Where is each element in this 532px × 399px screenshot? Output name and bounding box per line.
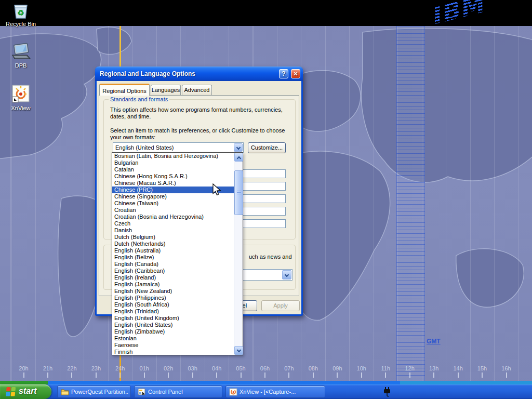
apply-button[interactable]: Apply bbox=[261, 300, 300, 311]
list-item[interactable]: English (Zimbabwe) bbox=[112, 328, 234, 335]
desktop-icon-dpb[interactable]: DPB bbox=[1, 43, 41, 69]
mouse-cursor bbox=[212, 183, 223, 197]
list-item[interactable]: English (United Kingdom) bbox=[112, 315, 234, 322]
legend-lightblue-segment bbox=[400, 381, 532, 384]
recycle-bin-icon: ♻ bbox=[12, 3, 30, 20]
map-legend-bar bbox=[0, 381, 532, 384]
laptop-icon bbox=[10, 43, 31, 61]
list-item[interactable]: English (United States) bbox=[112, 322, 234, 328]
list-item[interactable]: Chinese (Hong Kong S.A.R.) bbox=[112, 173, 234, 180]
scrollbar-thumb[interactable] bbox=[234, 170, 243, 215]
desktop-icon-label: Recycle Bin bbox=[1, 21, 41, 27]
help-button[interactable]: ? bbox=[279, 69, 288, 78]
taskbar: start PowerQuest Partition... Control Pa… bbox=[0, 384, 532, 399]
list-item[interactable]: English (Ireland) bbox=[112, 274, 234, 281]
list-item[interactable]: Faeroese bbox=[112, 342, 234, 349]
list-item[interactable]: English (Caribbean) bbox=[112, 268, 234, 274]
list-item[interactable]: Bulgarian bbox=[112, 159, 234, 166]
list-item[interactable]: Catalan bbox=[112, 166, 234, 173]
start-button[interactable]: start bbox=[0, 384, 51, 399]
gmt-meridian-band bbox=[396, 26, 425, 381]
list-item[interactable]: Czech bbox=[112, 220, 234, 227]
desktop-icon-xnview[interactable]: XnView bbox=[1, 84, 41, 111]
legend-green-segment bbox=[0, 381, 48, 384]
desktop-icon-label: DPB bbox=[1, 62, 41, 69]
format-combobox-dropdown-button[interactable] bbox=[234, 143, 243, 152]
windows-flag-icon bbox=[5, 386, 17, 397]
customize-button[interactable]: Customize... bbox=[248, 142, 286, 153]
chevron-down-icon bbox=[237, 348, 241, 352]
list-item[interactable]: Dutch (Netherlands) bbox=[112, 241, 234, 247]
list-item[interactable]: Danish bbox=[112, 227, 234, 234]
scroll-up-button[interactable] bbox=[234, 153, 243, 162]
list-item[interactable]: Dutch (Belgium) bbox=[112, 234, 234, 241]
list-item[interactable]: English (New Zealand) bbox=[112, 288, 234, 295]
list-item[interactable]: Finnish bbox=[112, 349, 234, 355]
taskbar-button-control-panel[interactable]: Control Panel bbox=[134, 385, 222, 398]
desktop: 20h21h22h23h24h01h02h03h04h05h06h07h08h0… bbox=[0, 0, 532, 399]
group-caption: Standards and formats bbox=[109, 96, 169, 102]
taskbar-button-powerquest[interactable]: PowerQuest Partition... bbox=[57, 385, 131, 398]
xnview-icon bbox=[11, 84, 30, 104]
list-item[interactable]: Estonian bbox=[112, 335, 234, 342]
desktop-icon-label: XnView bbox=[1, 105, 41, 111]
xnview-task-icon bbox=[229, 388, 237, 396]
format-combobox-value: English (United States) bbox=[115, 144, 174, 151]
control-panel-icon bbox=[138, 388, 146, 396]
scroll-down-button[interactable] bbox=[234, 346, 243, 355]
list-item[interactable]: Bosnian (Latin, Bosnia and Herzegovina) bbox=[112, 153, 234, 159]
desktop-icon-recycle-bin[interactable]: ♻ Recycle Bin bbox=[1, 3, 41, 27]
list-item[interactable]: English (Trinidad) bbox=[112, 308, 234, 315]
dialog-titlebar[interactable]: Regional and Language Options ? × bbox=[95, 66, 303, 81]
location-combobox-dropdown-button[interactable] bbox=[282, 270, 291, 280]
list-item[interactable]: English (Philippines) bbox=[112, 295, 234, 301]
gmt-label: GMT bbox=[427, 338, 441, 345]
language-listbox: Bosnian (Latin, Bosnia and Herzegovina)B… bbox=[112, 152, 243, 355]
list-item[interactable]: English (Jamaica) bbox=[112, 281, 234, 288]
format-combobox[interactable]: English (United States) bbox=[113, 142, 244, 153]
list-item[interactable]: Croatian bbox=[112, 207, 234, 214]
location-text-fragment: uch as news and bbox=[249, 254, 292, 260]
chevron-up-icon bbox=[237, 156, 241, 161]
tab-regional-options[interactable]: Regional Options bbox=[99, 84, 150, 96]
list-item[interactable]: Croatian (Bosnia and Herzegovina) bbox=[112, 214, 234, 220]
start-button-label: start bbox=[19, 387, 37, 396]
legend-blue-segment bbox=[48, 381, 400, 384]
taskbar-button-label: Control Panel bbox=[148, 389, 220, 395]
list-item[interactable]: English (Australia) bbox=[112, 247, 234, 254]
svg-text:♻: ♻ bbox=[17, 8, 24, 17]
list-item[interactable]: Chinese (Taiwan) bbox=[112, 200, 234, 207]
close-button[interactable]: × bbox=[291, 69, 300, 78]
standards-description: This option affects how some programs fo… bbox=[110, 107, 293, 120]
folder-icon bbox=[61, 388, 69, 395]
taskbar-button-xnview[interactable]: XnView - [<Capture-... bbox=[225, 385, 325, 398]
scrollbar-grip bbox=[237, 191, 241, 195]
list-item[interactable]: English (South Africa) bbox=[112, 301, 234, 308]
ac-power-plug-icon bbox=[382, 387, 392, 397]
standards-instruction: Select an item to match its preferences,… bbox=[110, 127, 295, 141]
list-item[interactable]: English (Belize) bbox=[112, 254, 234, 261]
tab-languages[interactable]: Languages bbox=[151, 85, 181, 95]
listbox-scrollbar[interactable] bbox=[234, 153, 243, 355]
chevron-down-icon bbox=[285, 273, 289, 277]
list-item[interactable]: English (Canada) bbox=[112, 261, 234, 268]
dialog-title: Regional and Language Options bbox=[100, 70, 195, 77]
taskbar-button-label: XnView - [<Capture-... bbox=[240, 389, 323, 395]
chevron-down-icon bbox=[236, 145, 241, 150]
taskbar-button-label: PowerQuest Partition... bbox=[71, 389, 128, 395]
tab-advanced[interactable]: Advanced bbox=[182, 85, 212, 95]
